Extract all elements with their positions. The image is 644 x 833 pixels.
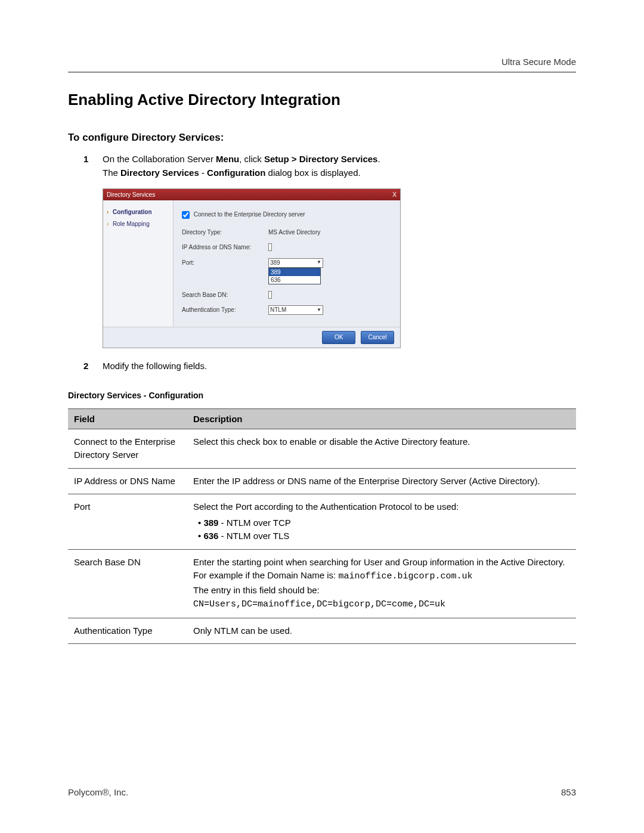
chevron-down-icon: ▼ bbox=[317, 306, 321, 314]
table-row: Connect to the Enterprise Directory Serv… bbox=[68, 429, 576, 468]
page-title: Enabling Active Directory Integration bbox=[68, 91, 576, 109]
cell-field: Port bbox=[68, 494, 187, 550]
nav-item-role-mapping[interactable]: Role Mapping bbox=[107, 218, 169, 230]
header-right: Ultra Secure Mode bbox=[68, 57, 576, 67]
header-rule bbox=[68, 72, 576, 73]
connect-checkbox-label: Connect to the Enterprise Directory serv… bbox=[194, 211, 305, 218]
label-ip-dns: IP Address or DNS Name: bbox=[182, 243, 268, 252]
cancel-button[interactable]: Cancel bbox=[361, 331, 394, 344]
dialog-form: Connect to the Enterprise Directory serv… bbox=[174, 200, 400, 327]
dialog-titlebar: Directory Services X bbox=[103, 189, 400, 201]
table-row: Port Select the Port according to the Au… bbox=[68, 494, 576, 550]
step-1-line2: The Directory Services - Configuration d… bbox=[103, 168, 361, 178]
step-2-text: Modify the following fields. bbox=[103, 361, 207, 371]
th-description: Description bbox=[187, 408, 576, 429]
port-dropdown-list[interactable]: 389 636 bbox=[268, 268, 321, 284]
cell-desc: Enter the IP address or DNS name of the … bbox=[187, 468, 576, 494]
ok-button[interactable]: OK bbox=[322, 331, 355, 344]
th-field: Field bbox=[68, 408, 187, 429]
cell-field: IP Address or DNS Name bbox=[68, 468, 187, 494]
auth-type-select[interactable]: NTLM ▼ bbox=[268, 305, 323, 315]
step-1-line1: On the Collaboration Server Menu, click … bbox=[103, 154, 380, 164]
step-2: 2 Modify the following fields. bbox=[91, 359, 576, 373]
nav-item-configuration[interactable]: Configuration bbox=[107, 206, 169, 218]
footer-page-number: 853 bbox=[561, 787, 576, 797]
table-row: IP Address or DNS Name Enter the IP addr… bbox=[68, 468, 576, 494]
chevron-down-icon: ▼ bbox=[317, 259, 321, 266]
cell-desc: Select the Port according to the Authent… bbox=[187, 494, 576, 550]
cell-desc: Enter the starting point when searching … bbox=[187, 549, 576, 618]
ip-dns-input[interactable] bbox=[268, 243, 272, 251]
label-directory-type: Directory Type: bbox=[182, 228, 268, 237]
dialog-footer: OK Cancel bbox=[103, 327, 400, 348]
config-table: Field Description Connect to the Enterpr… bbox=[68, 408, 576, 645]
table-row: Authentication Type Only NTLM can be use… bbox=[68, 618, 576, 644]
step-2-number: 2 bbox=[83, 359, 88, 373]
table-caption: Directory Services - Configuration bbox=[68, 391, 576, 400]
directory-services-dialog: Directory Services X Configuration Role … bbox=[103, 188, 401, 348]
cell-desc: Only NTLM can be used. bbox=[187, 618, 576, 644]
table-row: Search Base DN Enter the starting point … bbox=[68, 549, 576, 618]
port-select[interactable]: 389 ▼ bbox=[268, 258, 323, 268]
label-port: Port: bbox=[182, 258, 268, 268]
port-option-636[interactable]: 636 bbox=[269, 276, 320, 284]
cell-field: Connect to the Enterprise Directory Serv… bbox=[68, 429, 187, 468]
label-auth-type: Authentication Type: bbox=[182, 305, 268, 315]
cell-field: Authentication Type bbox=[68, 618, 187, 644]
page-footer: Polycom®, Inc. 853 bbox=[68, 787, 576, 797]
section-heading: To configure Directory Services: bbox=[68, 132, 576, 144]
connect-checkbox[interactable] bbox=[182, 211, 190, 219]
search-base-dn-input[interactable] bbox=[268, 291, 272, 299]
step-1-number: 1 bbox=[83, 152, 88, 166]
footer-left: Polycom®, Inc. bbox=[68, 787, 128, 797]
label-search-base-dn: Search Base DN: bbox=[182, 290, 268, 300]
cell-desc: Select this check box to enable or disab… bbox=[187, 429, 576, 468]
cell-field: Search Base DN bbox=[68, 549, 187, 618]
port-option-389[interactable]: 389 bbox=[269, 268, 320, 276]
dialog-nav: Configuration Role Mapping bbox=[103, 200, 174, 327]
value-directory-type: MS Active Directory bbox=[268, 228, 392, 237]
dialog-title: Directory Services bbox=[107, 190, 155, 200]
step-1: 1 On the Collaboration Server Menu, clic… bbox=[91, 152, 576, 348]
close-icon[interactable]: X bbox=[392, 190, 397, 200]
